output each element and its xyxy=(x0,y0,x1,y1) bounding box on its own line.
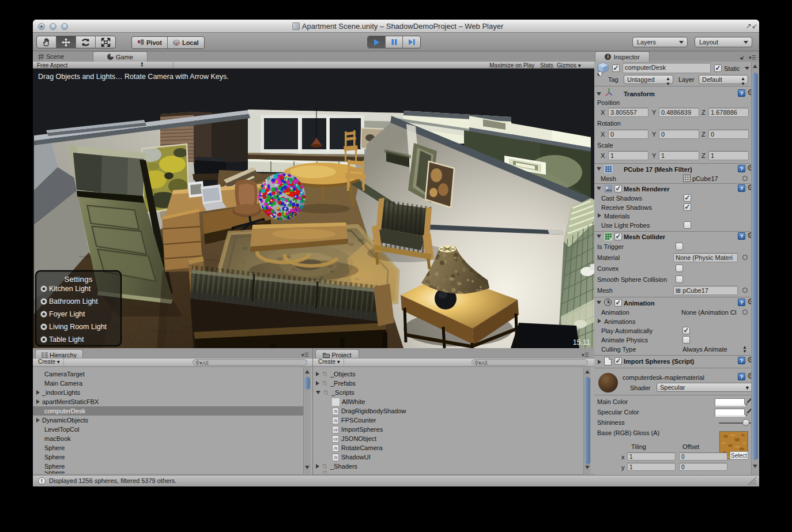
svg-text:Drag Objects and Lights… Rotat: Drag Objects and Lights… Rotate Camera w… xyxy=(38,73,229,81)
svg-text:Kitchen Light: Kitchen Light xyxy=(49,285,91,293)
svg-text:Living Room Light: Living Room Light xyxy=(49,323,107,331)
svg-text:Settings: Settings xyxy=(65,275,93,284)
svg-text:Bathroom Light: Bathroom Light xyxy=(49,297,98,305)
svg-text:Foyer Light: Foyer Light xyxy=(49,310,85,318)
svg-text:Table Light: Table Light xyxy=(49,335,84,344)
svg-text:15.11: 15.11 xyxy=(573,338,590,346)
